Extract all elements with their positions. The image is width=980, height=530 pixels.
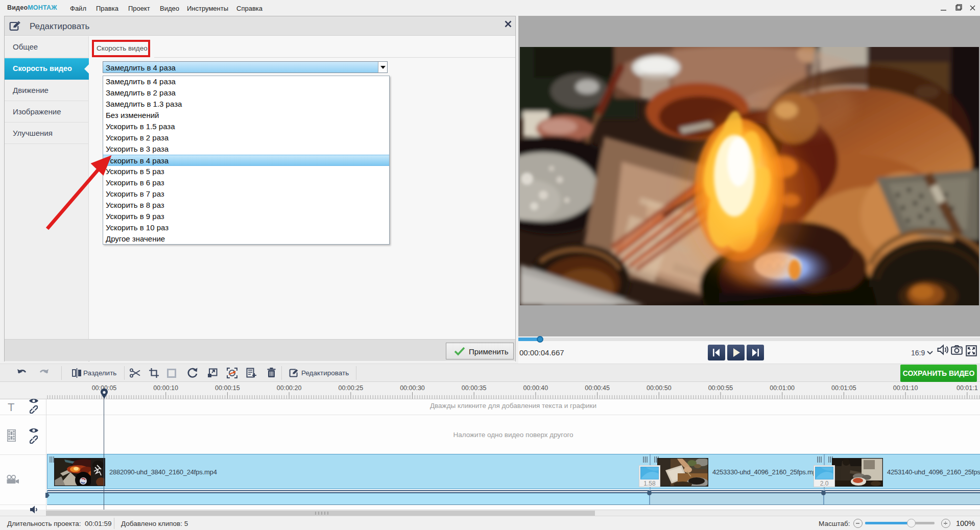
svg-text:00:00:20: 00:00:20 xyxy=(277,384,302,392)
svg-text:00:00:45: 00:00:45 xyxy=(585,384,610,392)
svg-text:00:00:15: 00:00:15 xyxy=(215,384,240,392)
svg-text:00:00:40: 00:00:40 xyxy=(523,384,548,392)
svg-text:00:00:35: 00:00:35 xyxy=(462,384,487,392)
svg-text:00:01:1: 00:01:1 xyxy=(957,384,978,392)
svg-text:00:00:10: 00:00:10 xyxy=(153,384,178,392)
svg-text:00:00:25: 00:00:25 xyxy=(338,384,363,392)
svg-text:00:00:55: 00:00:55 xyxy=(708,384,733,392)
svg-text:00:00:50: 00:00:50 xyxy=(647,384,672,392)
svg-text:00:01:10: 00:01:10 xyxy=(893,384,918,392)
svg-text:00:00:30: 00:00:30 xyxy=(400,384,425,392)
svg-text:00:01:05: 00:01:05 xyxy=(831,384,856,392)
svg-text:00:01:00: 00:01:00 xyxy=(770,384,795,392)
